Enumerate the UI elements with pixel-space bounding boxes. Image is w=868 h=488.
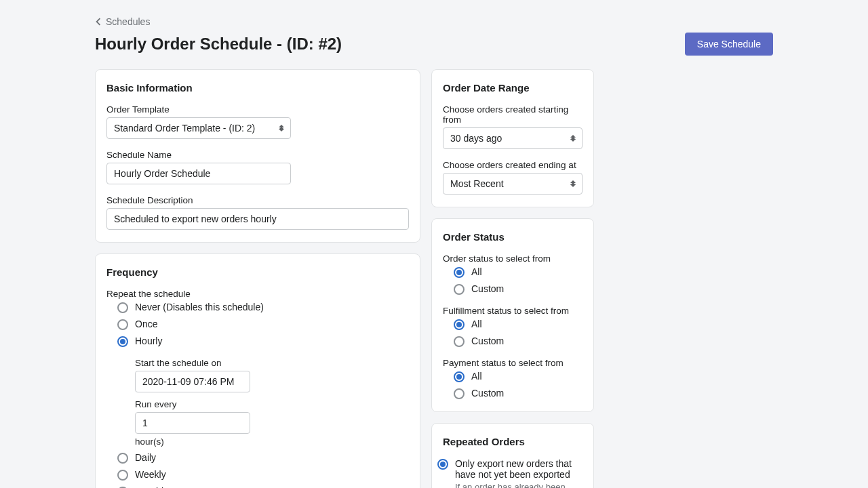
radio-never-label[interactable]: Never (Disables this schedule) <box>135 302 264 312</box>
card-title: Order Date Range <box>443 82 583 94</box>
start-schedule-input[interactable] <box>135 371 250 392</box>
order-date-range-card: Order Date Range Choose orders created s… <box>431 69 594 207</box>
radio-new-only[interactable] <box>437 459 448 470</box>
radio-pay-custom-label[interactable]: Custom <box>471 388 504 399</box>
radio-new-only-sub: If an order has already been exported, i… <box>455 481 583 488</box>
frequency-card: Frequency Repeat the schedule Never (Dis… <box>95 253 420 488</box>
radio-fulfill-custom-label[interactable]: Custom <box>471 336 504 346</box>
basic-information-card: Basic Information Order Template Standar… <box>95 69 420 243</box>
radio-daily-label[interactable]: Daily <box>135 452 156 463</box>
radio-daily[interactable] <box>117 453 128 464</box>
radio-order-all[interactable] <box>454 267 465 278</box>
radio-never[interactable] <box>117 302 128 313</box>
schedule-name-label: Schedule Name <box>106 150 409 160</box>
fulfillment-status-label: Fulfillment status to select from <box>443 306 583 316</box>
schedule-desc-input[interactable] <box>106 208 409 230</box>
repeat-label: Repeat the schedule <box>106 289 409 299</box>
radio-pay-all-label[interactable]: All <box>471 371 482 382</box>
schedule-desc-label: Schedule Description <box>106 195 409 205</box>
radio-hourly-label[interactable]: Hourly <box>135 336 162 346</box>
run-unit-label: hour(s) <box>135 436 409 447</box>
chevron-left-icon <box>95 18 102 26</box>
radio-fulfill-all[interactable] <box>454 319 465 330</box>
repeated-orders-card: Repeated Orders Only export new orders t… <box>431 423 594 488</box>
radio-fulfill-all-label[interactable]: All <box>471 319 482 329</box>
date-end-select[interactable]: Most Recent <box>443 173 583 195</box>
card-title: Basic Information <box>106 82 409 94</box>
radio-once[interactable] <box>117 319 128 330</box>
page-title: Hourly Order Schedule - (ID: #2) <box>95 35 342 54</box>
run-every-input[interactable] <box>135 412 250 434</box>
run-every-label: Run every <box>135 399 409 409</box>
date-end-label: Choose orders created ending at <box>443 160 583 170</box>
order-template-select[interactable]: Standard Order Template - (ID: 2) <box>106 117 291 139</box>
order-template-label: Order Template <box>106 104 409 115</box>
radio-once-label[interactable]: Once <box>135 319 157 329</box>
order-status-card: Order Status Order status to select from… <box>431 218 594 412</box>
radio-fulfill-custom[interactable] <box>454 336 465 347</box>
radio-hourly[interactable] <box>117 336 128 347</box>
breadcrumb-label: Schedules <box>106 16 150 27</box>
radio-weekly-label[interactable]: Weekly <box>135 469 166 480</box>
radio-pay-all[interactable] <box>454 371 465 382</box>
radio-order-custom[interactable] <box>454 284 465 295</box>
date-start-select[interactable]: 30 days ago <box>443 127 583 149</box>
radio-order-custom-label[interactable]: Custom <box>471 283 504 294</box>
radio-pay-custom[interactable] <box>454 388 465 399</box>
start-schedule-label: Start the schedule on <box>135 358 409 368</box>
payment-status-label: Payment status to select from <box>443 358 583 368</box>
card-title: Order Status <box>443 231 583 243</box>
card-title: Repeated Orders <box>443 436 583 447</box>
radio-weekly[interactable] <box>117 470 128 481</box>
save-button[interactable]: Save Schedule <box>685 33 773 56</box>
schedule-name-input[interactable] <box>106 163 291 184</box>
radio-new-only-label[interactable]: Only export new orders that have not yet… <box>455 458 583 480</box>
date-start-label: Choose orders created starting from <box>443 104 583 125</box>
radio-order-all-label[interactable]: All <box>471 266 482 277</box>
card-title: Frequency <box>106 266 409 278</box>
breadcrumb[interactable]: Schedules <box>95 16 773 27</box>
order-status-label: Order status to select from <box>443 253 583 264</box>
